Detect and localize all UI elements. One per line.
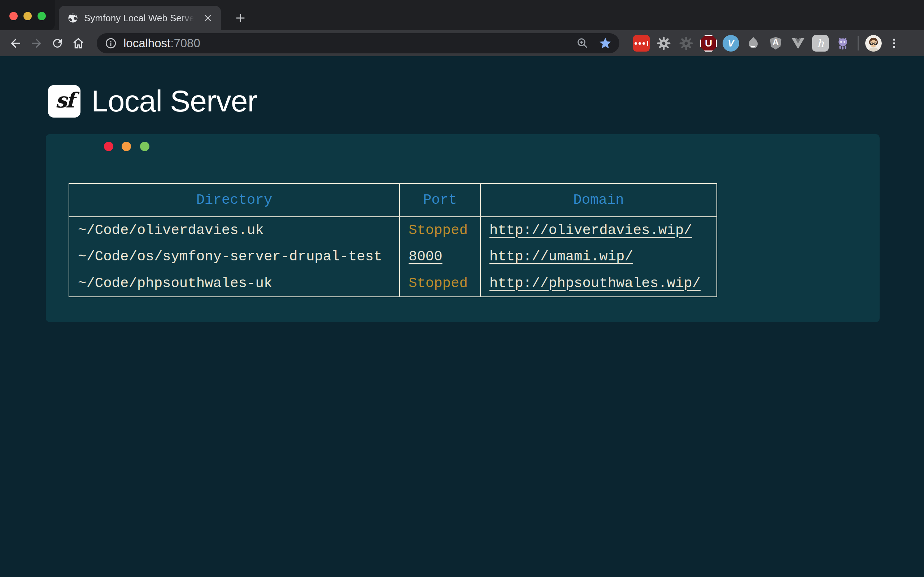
tab-strip: Symfony Local Web Server: Prox — [0, 0, 924, 30]
table-row: ~/Code/os/symfony-server-drupal-test 800… — [69, 243, 717, 270]
table-row: ~/Code/phpsouthwales-uk Stopped http://p… — [69, 270, 717, 297]
domain-link[interactable]: http://oliverdavies.wip/ — [489, 222, 692, 239]
directory-cell: ~/Code/oliverdavies.uk — [69, 217, 399, 243]
page-info-icon[interactable] — [105, 37, 117, 49]
toolbar-separator — [858, 36, 859, 50]
vimium-extension-icon[interactable]: V — [723, 35, 739, 52]
address-bar[interactable]: localhost:7080 — [97, 33, 619, 53]
panel-green-dot — [140, 142, 149, 151]
github-octocat-extension-icon[interactable] — [835, 35, 851, 52]
window-zoom-button[interactable] — [37, 12, 46, 20]
gear-extension-icon[interactable] — [656, 35, 672, 52]
panel-red-dot — [104, 142, 113, 151]
domain-link[interactable]: http://umami.wip/ — [489, 249, 633, 265]
window-minimize-button[interactable] — [23, 12, 32, 20]
extensions-row: U V A h — [633, 35, 851, 52]
terminal-panel: Directory Port Domain ~/Code/oliverdavie… — [46, 134, 880, 322]
drupal-extension-icon[interactable] — [745, 35, 762, 52]
panel-orange-dot — [122, 142, 131, 151]
symfony-logo: sf — [48, 85, 81, 118]
tab-close-icon[interactable] — [201, 11, 215, 24]
window-controls — [0, 0, 55, 30]
reload-button[interactable] — [47, 33, 68, 54]
brand-header: sf Local Server — [48, 84, 257, 119]
servers-table: Directory Port Domain ~/Code/oliverdavie… — [69, 183, 717, 297]
page-content: sf Local Server Directory Port Domain ~/… — [0, 56, 924, 577]
globe-favicon-icon — [68, 13, 78, 23]
port-link[interactable]: 8000 — [409, 249, 443, 265]
url-text: localhost:7080 — [123, 36, 200, 50]
table-row: ~/Code/oliverdavies.uk Stopped http://ol… — [69, 217, 717, 243]
domain-link[interactable]: http://phpsouthwales.wip/ — [489, 276, 701, 292]
browser-tab[interactable]: Symfony Local Web Server: Prox — [59, 6, 221, 30]
domain-cell: http://umami.wip/ — [480, 243, 717, 270]
browser-menu-icon[interactable] — [886, 35, 902, 51]
disabled-gear-extension-icon[interactable] — [678, 35, 695, 52]
tab-title: Symfony Local Web Server: Prox — [84, 13, 196, 24]
domain-cell: http://phpsouthwales.wip/ — [480, 270, 717, 297]
port-cell: Stopped — [399, 270, 480, 297]
forward-button[interactable] — [26, 33, 47, 54]
directory-header: Directory — [69, 184, 399, 217]
table-header-row: Directory Port Domain — [69, 184, 717, 217]
back-button[interactable] — [5, 33, 26, 54]
page-title: Local Server — [91, 84, 257, 119]
bookmark-star-icon[interactable] — [598, 36, 612, 50]
port-status: Stopped — [409, 276, 468, 292]
lastpass-extension-icon[interactable] — [633, 35, 650, 52]
zoom-search-icon[interactable] — [576, 37, 589, 50]
port-cell: 8000 — [399, 243, 480, 270]
home-button[interactable] — [68, 33, 89, 54]
domain-header: Domain — [480, 184, 717, 217]
browser-window: Symfony Local Web Server: Prox lo — [0, 0, 924, 577]
directory-cell: ~/Code/os/symfony-server-drupal-test — [69, 243, 399, 270]
port-status: Stopped — [409, 222, 468, 239]
port-cell: Stopped — [399, 217, 480, 243]
honey-extension-icon[interactable]: h — [812, 35, 829, 52]
new-tab-button[interactable] — [232, 10, 249, 27]
vue-extension-icon[interactable] — [790, 35, 806, 52]
directory-cell: ~/Code/phpsouthwales-uk — [69, 270, 399, 297]
window-close-button[interactable] — [10, 12, 18, 20]
profile-avatar[interactable] — [865, 35, 882, 52]
port-header: Port — [399, 184, 480, 217]
angular-extension-icon[interactable]: A — [767, 35, 784, 52]
domain-cell: http://oliverdavies.wip/ — [480, 217, 717, 243]
url-port: :7080 — [170, 36, 200, 50]
browser-toolbar: localhost:7080 — [0, 30, 924, 56]
url-host: localhost — [123, 36, 170, 50]
ublock-origin-extension-icon[interactable]: U — [700, 35, 717, 52]
